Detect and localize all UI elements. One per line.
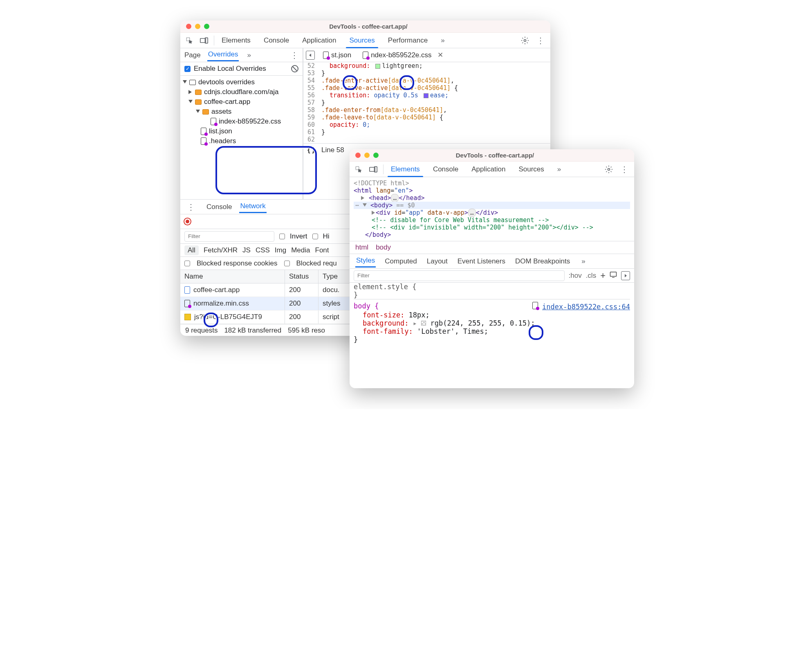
inspect-icon[interactable]: [351, 163, 366, 176]
cls-toggle[interactable]: .cls: [586, 272, 597, 280]
subtab-overrides[interactable]: Overrides: [207, 49, 239, 61]
col-name[interactable]: Name: [180, 270, 285, 283]
inspect-icon[interactable]: [182, 34, 197, 47]
tree-folder-assets[interactable]: assets: [211, 108, 231, 116]
close-icon[interactable]: ✕: [437, 51, 443, 59]
tree-file-json[interactable]: list.json: [209, 127, 232, 135]
type-css[interactable]: CSS: [256, 246, 270, 254]
folder-icon: [195, 99, 202, 105]
tab-console[interactable]: Console: [431, 163, 461, 176]
tree-file-css[interactable]: index-b859522e.css: [219, 117, 281, 126]
tree-folder-cdn[interactable]: cdnjs.cloudflare.com/aja: [204, 88, 278, 96]
folder-icon: [189, 80, 196, 85]
pretty-print-icon[interactable]: { }: [307, 146, 315, 154]
file-icon: [184, 300, 190, 307]
close-icon[interactable]: [186, 24, 191, 29]
hide-label: Hi: [323, 232, 330, 241]
type-all[interactable]: All: [184, 245, 199, 255]
type-media[interactable]: Media: [291, 246, 310, 254]
file-icon: [323, 52, 329, 59]
tab-sources[interactable]: Sources: [516, 163, 546, 176]
folder-icon: [202, 109, 209, 115]
crumb-body[interactable]: body: [376, 243, 391, 252]
col-status[interactable]: Status: [285, 270, 319, 283]
device-icon[interactable]: [610, 271, 617, 280]
subtab-listeners[interactable]: Event Listeners: [457, 256, 506, 267]
style-source-link[interactable]: index-b859522e.css:64: [542, 303, 630, 311]
file-css-icon: [211, 118, 216, 125]
toggle-panel-icon[interactable]: [621, 271, 630, 280]
drawer-tab-console[interactable]: Console: [206, 201, 233, 213]
zoom-icon[interactable]: [204, 24, 209, 29]
device-icon[interactable]: [197, 34, 211, 47]
type-js[interactable]: JS: [242, 246, 251, 254]
type-img[interactable]: Img: [275, 246, 286, 254]
svg-point-8: [608, 168, 610, 170]
dom-tree[interactable]: <!DOCTYPE html> <html lang="en"> <head>……: [350, 177, 634, 241]
tab-sources[interactable]: Sources: [347, 34, 377, 47]
drawer-tab-network[interactable]: Network: [239, 200, 266, 213]
breadcrumb: html body: [350, 241, 634, 254]
editor-tabs: st.json ndex-b859522e.css✕: [303, 48, 550, 62]
minimize-icon[interactable]: [364, 153, 370, 158]
styles-filter-input[interactable]: [354, 270, 565, 281]
window-title: DevTools - coffee-cart.app/: [215, 23, 522, 30]
close-icon[interactable]: [355, 153, 361, 158]
resources-size: 595 kB reso: [288, 326, 325, 335]
tab-application[interactable]: Application: [469, 163, 508, 176]
tab-performance[interactable]: Performance: [386, 34, 430, 47]
chevron-right-icon[interactable]: »: [244, 51, 253, 59]
checkbox-enable-overrides[interactable]: ✓: [184, 66, 191, 72]
file-headers-icon: [201, 137, 206, 145]
devtools-window-elements: DevTools - coffee-cart.app/ Elements Con…: [350, 149, 634, 388]
chevron-right-icon[interactable]: »: [555, 165, 563, 173]
crumb-html[interactable]: html: [355, 243, 368, 252]
kebab-icon[interactable]: ⋮: [286, 50, 303, 60]
checkbox-invert[interactable]: [279, 234, 285, 239]
checkbox-hide[interactable]: [312, 234, 318, 239]
gear-icon[interactable]: [518, 34, 532, 47]
file-tree: devtools overrides cdnjs.cloudflare.com/…: [180, 76, 303, 148]
tab-console[interactable]: Console: [261, 34, 292, 47]
tab-application[interactable]: Application: [300, 34, 339, 47]
record-icon[interactable]: [184, 218, 191, 225]
type-fetch[interactable]: Fetch/XHR: [204, 246, 238, 254]
tab-elements[interactable]: Elements: [388, 163, 422, 176]
subtab-styles[interactable]: Styles: [355, 255, 376, 268]
network-filter-input[interactable]: [184, 231, 274, 242]
type-font[interactable]: Font: [315, 246, 329, 254]
checkbox-blocked-requests[interactable]: [284, 261, 290, 266]
new-style-icon[interactable]: +: [600, 270, 606, 281]
zoom-icon[interactable]: [373, 153, 379, 158]
tree-folder-app[interactable]: coffee-cart.app: [204, 98, 250, 106]
tree-file-headers[interactable]: .headers: [209, 137, 236, 145]
gear-icon[interactable]: [601, 163, 616, 176]
clear-overrides-icon[interactable]: [291, 65, 298, 72]
code-editor[interactable]: 52background: lightgreen; 53} 54.fade-en…: [303, 62, 550, 143]
requests-count: 9 requests: [185, 326, 218, 335]
blocked-cookies-label: Blocked response cookies: [197, 259, 278, 268]
device-icon[interactable]: [366, 163, 381, 176]
main-toolbar: Elements Console Application Sources Per…: [180, 33, 550, 48]
toggle-panel-icon[interactable]: [306, 51, 315, 60]
kebab-icon[interactable]: ⋮: [532, 36, 549, 45]
editor-tab-css[interactable]: ndex-b859522e.css✕: [359, 50, 446, 60]
chevron-right-icon[interactable]: »: [579, 257, 588, 265]
tree-folder-root[interactable]: devtools overrides: [198, 78, 255, 86]
document-icon: [184, 286, 190, 294]
minimize-icon[interactable]: [195, 24, 200, 29]
script-icon: [184, 314, 191, 320]
hov-toggle[interactable]: :hov: [569, 272, 582, 280]
subtab-breakpoints[interactable]: DOM Breakpoints: [514, 256, 571, 267]
kebab-icon[interactable]: ⋮: [183, 202, 199, 212]
tab-elements[interactable]: Elements: [219, 34, 253, 47]
subtab-page[interactable]: Page: [184, 49, 202, 61]
editor-tab-json[interactable]: st.json: [320, 50, 354, 60]
checkbox-blocked-cookies[interactable]: [184, 261, 190, 266]
subtab-computed[interactable]: Computed: [384, 256, 417, 267]
styles-pane[interactable]: element.style { } body { index-b859522e.…: [350, 283, 634, 344]
chevron-right-icon[interactable]: »: [438, 36, 447, 45]
file-icon: [532, 302, 538, 309]
kebab-icon[interactable]: ⋮: [616, 164, 633, 174]
subtab-layout[interactable]: Layout: [426, 256, 449, 267]
